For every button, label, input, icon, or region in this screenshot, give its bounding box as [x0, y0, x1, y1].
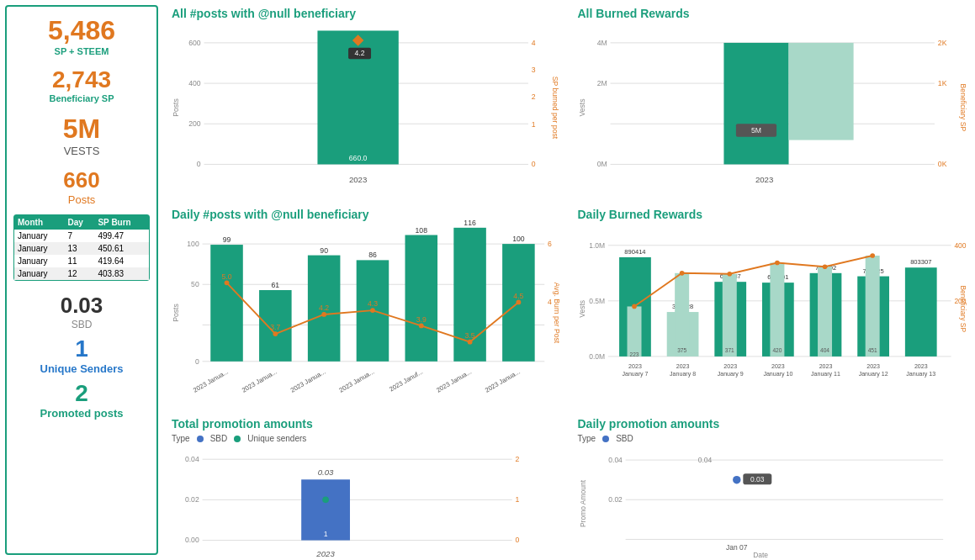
db-ben-bar4: [770, 263, 784, 357]
dp-legend-sbd: SBD: [616, 434, 633, 443]
db-x4: 2023: [771, 363, 784, 369]
left-panel: 5,486 SP + STEEM 2,743 Beneficiary SP 5M…: [5, 5, 158, 555]
sbd-value: 0.03: [13, 293, 150, 319]
sp-burn-table: Month Day SP Burn January7499.47January1…: [13, 214, 150, 281]
dp-dot1: [225, 280, 230, 285]
all-posts-chart: All #posts with @null beneficiary Posts …: [163, 0, 570, 201]
tp-y-000: 0.00: [185, 536, 199, 544]
table-row: January11419.64: [14, 255, 149, 267]
daily-burned-svg: Vests Beneficiary SP 1.0M 0.5M 0.0M 400 …: [578, 225, 967, 401]
db-y00: 0.0M: [589, 352, 605, 361]
dp-dot6: [468, 340, 473, 345]
tp-x-2023: 2023: [315, 549, 335, 558]
dl-37: 3.7: [270, 323, 280, 331]
table-row: January7499.47: [14, 230, 149, 242]
db-x1b: January 7: [622, 371, 648, 378]
dpr-tooltip-text: 0.03: [750, 475, 765, 483]
dp-bar1: [210, 245, 243, 362]
db-x7: 2023: [914, 363, 927, 369]
col-day: Day: [64, 215, 94, 230]
table-row: January13450.61: [14, 242, 149, 255]
dl-43: 4.3: [368, 299, 378, 308]
posts-label: Posts: [68, 193, 96, 206]
db-yr400: 400: [954, 241, 966, 250]
db-y10: 1.0M: [589, 241, 605, 250]
table-cell: 12: [64, 267, 94, 280]
right-chart-col: All Burned Rewards Vests Beneficiary SP …: [570, 0, 976, 560]
y-right-4: 4: [532, 39, 536, 47]
table-cell: 450.61: [94, 242, 149, 255]
dp-x7: 2023 Janua...: [484, 368, 522, 394]
db-x6b: January 12: [858, 371, 888, 378]
daily-posts-svg: Posts Avg. Burn per Post 100 50 0 6 4: [172, 225, 561, 401]
db-ben-bar3: [722, 274, 736, 357]
db-odot6: [870, 253, 875, 258]
dpr-ylabel: Promo Amount: [579, 479, 587, 527]
db-ben-lbl1: 223: [629, 351, 639, 357]
posts-y-label: Posts: [172, 98, 180, 117]
left-chart-col: All #posts with @null beneficiary Posts …: [163, 0, 570, 560]
table-cell: January: [14, 255, 64, 267]
total-promo-svg: 0.04 0.02 0.00 2 1 0 0.0: [172, 445, 561, 560]
dp-x1: 2023 Janua...: [192, 368, 230, 394]
dp-x6: 2023 Janua...: [435, 368, 473, 394]
db-x4b: January 10: [763, 371, 792, 378]
bar-label-660: 660.0: [349, 154, 368, 162]
ab-vests-ylabel: Vests: [577, 98, 586, 117]
ab-x-2023: 2023: [755, 175, 772, 184]
dp-yr4: 4: [548, 298, 552, 306]
db-odot4: [775, 261, 780, 266]
db-x5: 2023: [819, 363, 832, 369]
db-ben-bar1: [627, 306, 641, 356]
dp-x4: 2023 Janua...: [338, 368, 376, 394]
db-odot2: [679, 271, 684, 276]
col-month: Month: [14, 215, 64, 230]
ab-y0m: 0M: [596, 160, 607, 168]
db-lbl1: 890414: [624, 248, 645, 256]
dp-label99: 99: [223, 235, 231, 244]
db-vests-ylabel: Vests: [577, 300, 586, 318]
tp-yr1: 1: [516, 495, 520, 504]
daily-promo-legend: Type SBD: [578, 434, 967, 443]
tp-yr2: 2: [516, 455, 520, 463]
dl-50: 5.0: [221, 272, 231, 281]
ab-y2m: 2M: [596, 79, 607, 87]
dpr-004-label: 0.04: [697, 456, 712, 464]
tp-y-002: 0.02: [185, 495, 199, 504]
tp-amount-label: 0.03: [318, 468, 334, 477]
dpr-dot: [733, 476, 740, 483]
db-x5b: January 11: [811, 371, 840, 378]
db-ben-bar6: [865, 256, 879, 357]
daily-promo-title: Daily promotion amounts: [578, 417, 967, 431]
dp-y100: 100: [187, 240, 199, 248]
dpr-x-jan07: Jan 07: [726, 543, 748, 552]
db-ben-bar5: [818, 267, 832, 357]
db-bar7: [904, 267, 936, 357]
dp-label100: 100: [512, 235, 525, 243]
ab-yr0k: 0K: [937, 160, 946, 168]
dp-y50: 50: [191, 280, 199, 288]
dl-39: 3.9: [416, 315, 427, 324]
db-ben-lbl4: 420: [772, 347, 782, 353]
db-x2b: January 8: [670, 371, 696, 378]
db-odot5: [822, 264, 827, 269]
db-x7b: January 13: [906, 371, 935, 378]
dpr-y02: 0.02: [608, 495, 623, 504]
table-row: January12403.83: [14, 267, 149, 280]
legend-unique-text: Unique senders: [247, 434, 306, 443]
table-cell: 419.64: [94, 255, 149, 267]
dp-dot2: [273, 331, 278, 336]
ab-5m-label: 5M: [750, 126, 760, 135]
ab-ben-ylabel: Beneficiary SP: [958, 84, 967, 132]
dashboard: 5,486 SP + STEEM 2,743 Beneficiary SP 5M…: [0, 0, 975, 560]
vests-label: VESTS: [64, 145, 100, 157]
x-label-2023: 2023: [349, 175, 367, 184]
db-ben-ylabel: Beneficiary SP: [958, 285, 967, 332]
beneficiary-sp-value: 2,743: [52, 66, 111, 93]
y-right-0: 0: [532, 160, 536, 168]
ab-yr2k: 2K: [937, 39, 946, 47]
daily-posts-chart: Daily #posts with @null beneficiary Post…: [163, 201, 570, 410]
dpr-y04: 0.04: [608, 456, 623, 464]
all-burned-chart: All Burned Rewards Vests Beneficiary SP …: [570, 0, 976, 201]
db-ben-lbl6: 451: [867, 347, 877, 353]
